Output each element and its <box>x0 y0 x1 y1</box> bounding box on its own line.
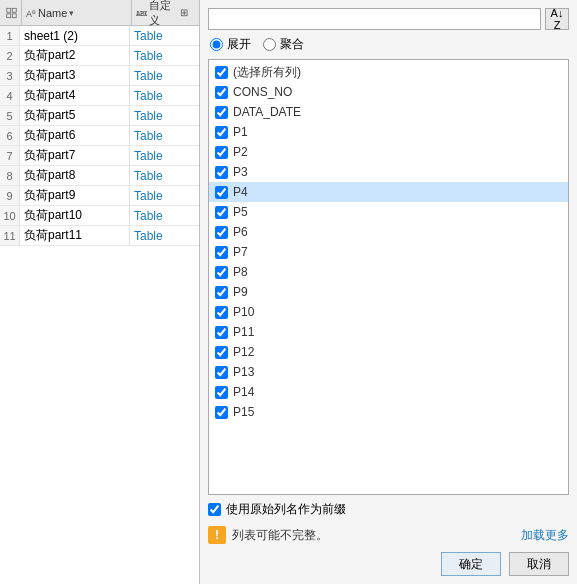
column-label: P7 <box>233 245 248 259</box>
column-label: P1 <box>233 125 248 139</box>
column-item[interactable]: (选择所有列) <box>209 62 568 82</box>
row-number: 1 <box>0 26 20 45</box>
column-item[interactable]: P6 <box>209 222 568 242</box>
column-item[interactable]: P3 <box>209 162 568 182</box>
row-table-type: Table <box>130 186 190 205</box>
table-row[interactable]: 1 sheet1 (2) Table <box>0 26 199 46</box>
name-sort-icon: Aᴮ <box>26 8 36 18</box>
column-item[interactable]: P13 <box>209 362 568 382</box>
column-checkbox[interactable] <box>215 386 228 399</box>
table-row[interactable]: 6 负荷part6 Table <box>0 126 199 146</box>
abc-icon: ABC 123 <box>136 8 147 18</box>
column-checkbox[interactable] <box>215 126 228 139</box>
column-checkbox[interactable] <box>215 246 228 259</box>
search-bar: A↓Z <box>208 8 569 30</box>
column-item[interactable]: P4 <box>209 182 568 202</box>
column-checkbox[interactable] <box>215 346 228 359</box>
warning-icon: ! <box>208 526 226 544</box>
confirm-button[interactable]: 确定 <box>441 552 501 576</box>
row-table-type: Table <box>130 66 190 85</box>
table-row[interactable]: 7 负荷part7 Table <box>0 146 199 166</box>
row-table-type: Table <box>130 226 190 245</box>
column-checkbox[interactable] <box>215 166 228 179</box>
row-num-header <box>2 0 22 25</box>
column-item[interactable]: P5 <box>209 202 568 222</box>
column-checkbox[interactable] <box>215 186 228 199</box>
row-table-type: Table <box>130 26 190 45</box>
type-column-header[interactable]: ABC 123 自定义 ⊞ <box>132 0 192 25</box>
column-checkbox[interactable] <box>215 286 228 299</box>
column-item[interactable]: P9 <box>209 282 568 302</box>
table-row[interactable]: 10 负荷part10 Table <box>0 206 199 226</box>
column-item[interactable]: P2 <box>209 142 568 162</box>
svg-rect-2 <box>7 13 11 17</box>
table-row[interactable]: 8 负荷part8 Table <box>0 166 199 186</box>
svg-rect-1 <box>12 8 16 12</box>
column-item[interactable]: P8 <box>209 262 568 282</box>
column-item[interactable]: P7 <box>209 242 568 262</box>
column-checkbox[interactable] <box>215 266 228 279</box>
column-item[interactable]: P12 <box>209 342 568 362</box>
row-table-name: sheet1 (2) <box>20 26 130 45</box>
button-row: 确定 取消 <box>208 552 569 576</box>
column-list-container: (选择所有列)CONS_NODATA_DATEP1P2P3P4P5P6P7P8P… <box>208 59 569 495</box>
search-input[interactable] <box>208 8 541 30</box>
column-checkbox[interactable] <box>215 86 228 99</box>
expand-label: 展开 <box>227 36 251 53</box>
column-item[interactable]: P14 <box>209 382 568 402</box>
column-checkbox[interactable] <box>215 146 228 159</box>
warning-row: ! 列表可能不完整。 加载更多 <box>208 526 569 544</box>
name-column-header[interactable]: Aᴮ Name ▾ <box>22 0 132 25</box>
table-row[interactable]: 4 负荷part4 Table <box>0 86 199 106</box>
warning-text: 列表可能不完整。 <box>232 527 328 544</box>
type-header-label: 自定义 <box>149 0 176 28</box>
column-checkbox[interactable] <box>215 366 228 379</box>
column-item[interactable]: P15 <box>209 402 568 422</box>
row-table-name: 负荷part3 <box>20 66 130 85</box>
row-table-type: Table <box>130 46 190 65</box>
column-item[interactable]: CONS_NO <box>209 82 568 102</box>
table-header: Aᴮ Name ▾ ABC 123 自定义 ⊞ <box>0 0 199 26</box>
row-table-type: Table <box>130 126 190 145</box>
column-item[interactable]: P11 <box>209 322 568 342</box>
row-number: 10 <box>0 206 20 225</box>
table-row[interactable]: 9 负荷part9 Table <box>0 186 199 206</box>
column-checkbox[interactable] <box>215 306 228 319</box>
column-checkbox[interactable] <box>215 326 228 339</box>
sort-button[interactable]: A↓Z <box>545 8 569 30</box>
use-original-name-checkbox[interactable] <box>208 503 221 516</box>
table-row[interactable]: 2 负荷part2 Table <box>0 46 199 66</box>
column-list[interactable]: (选择所有列)CONS_NODATA_DATEP1P2P3P4P5P6P7P8P… <box>209 60 568 494</box>
table-row[interactable]: 11 负荷part11 Table <box>0 226 199 246</box>
column-checkbox[interactable] <box>215 66 228 79</box>
row-number: 8 <box>0 166 20 185</box>
column-item[interactable]: P10 <box>209 302 568 322</box>
column-item[interactable]: DATA_DATE <box>209 102 568 122</box>
row-table-name: 负荷part5 <box>20 106 130 125</box>
column-checkbox[interactable] <box>215 106 228 119</box>
row-number: 4 <box>0 86 20 105</box>
expand-radio[interactable]: 展开 <box>210 36 251 53</box>
column-checkbox[interactable] <box>215 206 228 219</box>
load-more-link[interactable]: 加载更多 <box>521 527 569 544</box>
column-item[interactable]: P1 <box>209 122 568 142</box>
svg-rect-0 <box>7 8 11 12</box>
column-label: P15 <box>233 405 254 419</box>
cancel-button[interactable]: 取消 <box>509 552 569 576</box>
row-number: 9 <box>0 186 20 205</box>
row-table-name: 负荷part11 <box>20 226 130 245</box>
collapse-radio[interactable]: 聚合 <box>263 36 304 53</box>
table-row[interactable]: 3 负荷part3 Table <box>0 66 199 86</box>
collapse-label: 聚合 <box>280 36 304 53</box>
column-label: (选择所有列) <box>233 64 301 81</box>
table-rows-container: 1 sheet1 (2) Table 2 负荷part2 Table 3 负荷p… <box>0 26 199 584</box>
table-row[interactable]: 5 负荷part5 Table <box>0 106 199 126</box>
column-checkbox[interactable] <box>215 406 228 419</box>
column-checkbox[interactable] <box>215 226 228 239</box>
grid-icon <box>6 6 17 20</box>
column-label: P14 <box>233 385 254 399</box>
column-label: P10 <box>233 305 254 319</box>
column-label: P13 <box>233 365 254 379</box>
column-label: P3 <box>233 165 248 179</box>
bottom-options: 使用原始列名作为前缀 ! 列表可能不完整。 加载更多 确定 取消 <box>208 501 569 576</box>
